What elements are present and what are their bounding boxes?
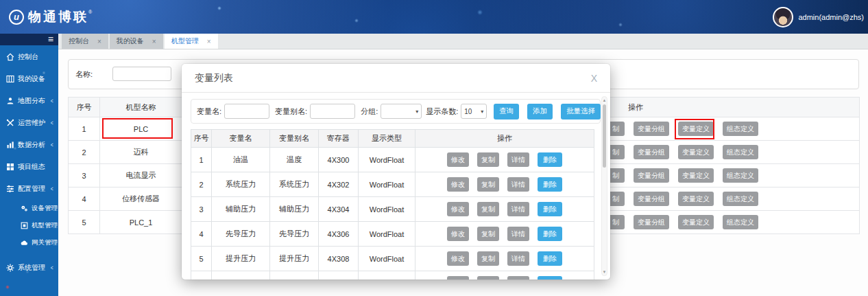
copy-button[interactable]: 复制: [477, 177, 499, 192]
sidebar-item-operations[interactable]: 运营维护 <: [0, 112, 58, 134]
register-cell: [319, 271, 359, 280]
details-button[interactable]: 详情: [507, 152, 529, 167]
scada-define-button[interactable]: 组态定义: [723, 122, 758, 136]
edit-button[interactable]: 修改: [447, 202, 469, 216]
modal-close-icon[interactable]: X: [591, 73, 597, 84]
user-menu[interactable]: admin(admin@zhs): [773, 0, 864, 34]
details-button[interactable]: 详情: [507, 227, 529, 241]
model-name-cell: 位移传感器: [100, 187, 182, 211]
variable-define-button[interactable]: 变量定义: [678, 145, 714, 159]
variable-define-button[interactable]: 变量定义: [678, 168, 714, 183]
copy-button[interactable]: 复制: [477, 152, 499, 167]
brand-logo-text: 物通博联: [28, 8, 88, 26]
edit-button[interactable]: 修改: [447, 177, 469, 192]
variable-define-button[interactable]: 变量定义: [678, 192, 714, 206]
scroll-down-icon[interactable]: ▼: [602, 269, 607, 275]
sidebar-item-model-management[interactable]: 机型管理: [0, 217, 58, 234]
row-actions-cell: 修改 复制 详情 删除: [415, 271, 594, 280]
copy-button[interactable]: 复制: [477, 202, 499, 216]
sidebar-item-system-management[interactable]: 系统管理 <: [0, 257, 58, 279]
tab-console[interactable]: 控制台 ×: [62, 34, 108, 49]
user-avatar[interactable]: [773, 7, 793, 27]
variable-alias-input[interactable]: [310, 104, 355, 119]
variable-alias-cell: 温度: [270, 148, 319, 172]
variable-define-button[interactable]: 变量定义: [678, 122, 714, 136]
row-index: 1: [69, 117, 100, 141]
scada-define-button[interactable]: 组态定义: [723, 215, 758, 229]
sidebar-item-data-analysis[interactable]: 数据分析 <: [0, 134, 58, 156]
gears-icon: [21, 205, 28, 212]
trademark-icon: ®: [88, 10, 92, 14]
sidebar-item-label: 地图分布: [18, 96, 45, 106]
copy-button[interactable]: 复制: [477, 227, 499, 241]
sidebar-toggle-icon[interactable]: ≡: [48, 34, 53, 45]
tab-close-icon[interactable]: ×: [207, 38, 211, 45]
chevron-collapsed-icon: <: [50, 98, 53, 104]
add-button[interactable]: 添加: [527, 104, 553, 119]
name-filter-input[interactable]: [112, 67, 171, 81]
sidebar-item-device-management[interactable]: 设备管理: [0, 200, 58, 217]
sidebar-item-gateway-management[interactable]: 网关管理: [0, 234, 58, 251]
sidebar-item-config-management[interactable]: 配置管理 <: [0, 178, 58, 200]
scada-define-button[interactable]: 组态定义: [723, 168, 758, 183]
edit-button[interactable]: 修改: [447, 152, 469, 167]
tab-label: 我的设备: [117, 36, 144, 46]
edit-button[interactable]: 修改: [447, 276, 469, 280]
display-type-cell: WordFloat: [359, 247, 415, 271]
delete-button[interactable]: 删除: [538, 177, 562, 192]
row-index: 5: [191, 247, 212, 271]
sidebar-item-label: 项目组态: [18, 162, 45, 172]
variable-group-button[interactable]: 变量分组: [634, 122, 669, 136]
sidebar-item-console[interactable]: 控制台: [0, 46, 58, 68]
scroll-up-icon[interactable]: ▲: [602, 98, 607, 103]
row-actions-cell: 修改 复制 详情 删除: [415, 247, 594, 271]
sidebar-item-my-devices[interactable]: 我的设备: [0, 68, 58, 90]
copy-button[interactable]: 复制: [477, 276, 499, 280]
tab-close-icon[interactable]: ×: [97, 38, 101, 45]
details-button[interactable]: 详情: [507, 202, 529, 216]
scrollbar-thumb[interactable]: [603, 104, 606, 168]
variable-name-cell: 先导压力: [212, 222, 270, 247]
delete-button[interactable]: 删除: [538, 276, 562, 280]
variable-group-button[interactable]: 变量分组: [634, 215, 669, 229]
details-button[interactable]: 详情: [507, 177, 529, 192]
group-select[interactable]: ▾: [381, 104, 422, 119]
scada-define-button[interactable]: 组态定义: [723, 192, 758, 206]
sidebar-item-project-scada[interactable]: 项目组态: [0, 156, 58, 178]
variable-group-button[interactable]: 变量分组: [634, 192, 669, 206]
tab-label: 控制台: [69, 36, 89, 46]
query-button[interactable]: 查询: [494, 104, 519, 119]
delete-button[interactable]: 删除: [538, 202, 562, 216]
row-actions-cell: 制 变量分组 变量定义 组态定义: [606, 141, 860, 164]
edit-button[interactable]: 修改: [447, 227, 469, 241]
register-cell: 4X300: [319, 148, 359, 172]
tab-model-management[interactable]: 机型管理 ×: [165, 34, 218, 49]
tab-my-devices[interactable]: 我的设备 ×: [110, 34, 163, 49]
variable-alias-cell: 系统压力: [270, 172, 319, 197]
copy-button[interactable]: 复制: [477, 251, 499, 266]
variable-group-button[interactable]: 变量分组: [634, 145, 669, 159]
sidebar-item-label: 网关管理: [32, 238, 58, 247]
modal-body: 变量名: 变量别名: 分组: ▾ 显示条数: 10▾ 查询 添加 批量选择 序号…: [182, 93, 610, 279]
display-type-cell: [359, 271, 415, 280]
delete-button[interactable]: 删除: [538, 251, 562, 266]
delete-button[interactable]: 删除: [538, 152, 562, 167]
details-button[interactable]: 详情: [507, 251, 529, 266]
sidebar-top-strip: ≡: [0, 34, 58, 45]
details-button[interactable]: 详情: [507, 276, 529, 280]
page-size-select[interactable]: 10▾: [461, 104, 487, 119]
delete-button[interactable]: 删除: [538, 227, 562, 241]
batch-select-button[interactable]: 批量选择: [561, 104, 601, 119]
variable-define-button[interactable]: 变量定义: [678, 215, 714, 229]
edit-button[interactable]: 修改: [447, 251, 469, 266]
variable-group-button[interactable]: 变量分组: [634, 168, 669, 183]
col-header-model-name: 机型名称: [100, 98, 182, 117]
gear-icon: [5, 264, 14, 272]
sidebar-item-map-distribution[interactable]: 地图分布 <: [0, 90, 58, 112]
modal-scrollbar[interactable]: ▲ ▼: [601, 96, 607, 276]
scada-define-button[interactable]: 组态定义: [723, 145, 758, 159]
col-header-index: 序号: [69, 98, 100, 117]
variable-name-input[interactable]: [224, 104, 269, 119]
tab-close-icon[interactable]: ×: [152, 38, 156, 45]
name-filter-label: 名称:: [75, 60, 93, 89]
